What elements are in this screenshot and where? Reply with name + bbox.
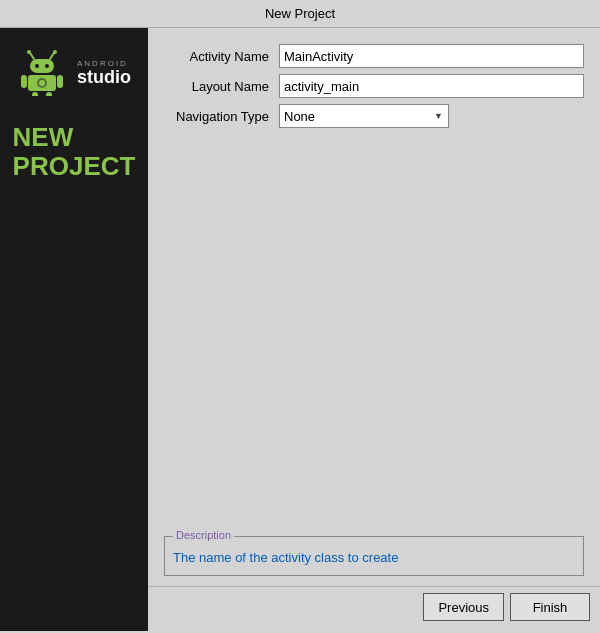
activity-name-label: Activity Name <box>164 49 279 64</box>
title-bar: New Project <box>0 0 600 28</box>
new-project-label: NEWPROJECT <box>1 107 148 196</box>
sidebar: ANDROID studio NEWPROJECT <box>0 28 148 631</box>
svg-point-5 <box>35 64 39 68</box>
svg-rect-9 <box>57 75 63 88</box>
description-box: Description The name of the activity cla… <box>164 536 584 576</box>
layout-name-label: Layout Name <box>164 79 279 94</box>
svg-rect-11 <box>46 92 52 96</box>
navigation-type-select[interactable]: None Tabs Navigation Drawer <box>279 104 449 128</box>
dialog-body: ANDROID studio NEWPROJECT Activity Name … <box>0 28 600 631</box>
studio-text: ANDROID studio <box>77 59 131 86</box>
activity-name-input[interactable] <box>279 44 584 68</box>
button-row: Previous Finish <box>148 586 600 631</box>
layout-name-input[interactable] <box>279 74 584 98</box>
description-text: The name of the activity class to create <box>173 549 575 567</box>
navigation-type-row: Navigation Type None Tabs Navigation Dra… <box>164 104 584 128</box>
studio-label: studio <box>77 68 131 86</box>
svg-point-1 <box>27 50 31 54</box>
previous-button[interactable]: Previous <box>423 593 504 621</box>
svg-rect-10 <box>32 92 38 96</box>
dialog-title: New Project <box>265 6 335 21</box>
svg-point-3 <box>53 50 57 54</box>
svg-point-6 <box>45 64 49 68</box>
svg-line-0 <box>30 53 34 59</box>
activity-name-row: Activity Name <box>164 44 584 68</box>
svg-line-2 <box>50 53 54 59</box>
spacer <box>148 144 600 536</box>
navigation-type-label: Navigation Type <box>164 109 279 124</box>
form-area: Activity Name Layout Name Navigation Typ… <box>148 28 600 144</box>
svg-rect-8 <box>21 75 27 88</box>
layout-name-row: Layout Name <box>164 74 584 98</box>
logo-row: ANDROID studio <box>7 38 141 107</box>
android-robot-icon <box>17 46 67 99</box>
svg-rect-4 <box>30 59 54 73</box>
navigation-select-wrapper: None Tabs Navigation Drawer <box>279 104 449 128</box>
main-content: Activity Name Layout Name Navigation Typ… <box>148 28 600 631</box>
description-legend: Description <box>173 529 234 541</box>
finish-button[interactable]: Finish <box>510 593 590 621</box>
svg-point-13 <box>39 80 45 86</box>
